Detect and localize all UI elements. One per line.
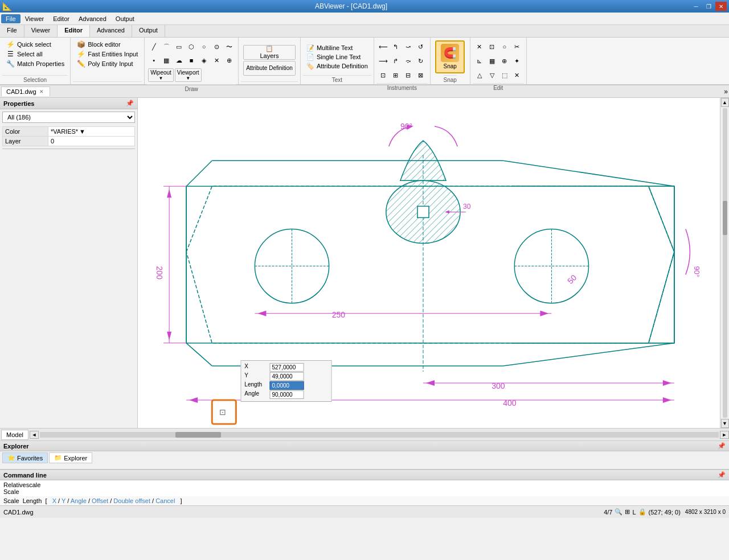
edit-10-icon[interactable]: ▽ <box>486 69 498 81</box>
layers-button[interactable]: 📋 Layers <box>243 45 296 60</box>
edit-6-icon[interactable]: ▦ <box>486 55 498 67</box>
status-lock-icon[interactable]: 🔒 <box>638 508 646 516</box>
scroll-left-arrow[interactable]: ◄ <box>30 431 39 439</box>
draw-ellipse-icon[interactable]: ⊙ <box>211 41 222 52</box>
menu-viewer[interactable]: Viewer <box>21 14 48 23</box>
canvas-area[interactable]: 90° 30 50 200 250 <box>138 98 720 428</box>
edit-8-icon[interactable]: ✦ <box>511 55 523 67</box>
scroll-right-arrow[interactable]: ► <box>720 431 729 439</box>
explorer-tab[interactable]: 📁 Explorer <box>49 452 92 463</box>
tab-close-icon[interactable]: ✕ <box>38 89 45 94</box>
minimize-button[interactable]: ─ <box>690 2 702 11</box>
draw-poly-icon[interactable]: ⬡ <box>186 41 197 52</box>
vertical-scrollbar[interactable]: ▲ ▼ <box>720 98 729 428</box>
instrument-11-icon[interactable]: ⊟ <box>403 69 414 81</box>
tab-expand-icon[interactable]: » <box>724 88 728 96</box>
edit-5-icon[interactable]: ⊾ <box>474 55 485 67</box>
entity-type-dropdown[interactable]: All (186) <box>2 112 135 123</box>
explorer-pin-icon[interactable]: 📌 <box>718 442 726 450</box>
favorites-tab[interactable]: ⭐ Favorites <box>2 452 48 463</box>
draw-arc-icon[interactable]: ⌒ <box>161 41 172 52</box>
draw-x-icon[interactable]: ✕ <box>211 55 222 66</box>
svg-text:30: 30 <box>463 203 471 211</box>
menu-output[interactable]: Output <box>111 14 139 23</box>
quick-select-icon: ⚡ <box>6 40 15 48</box>
menu-advanced[interactable]: Advanced <box>74 14 111 23</box>
edit-3-icon[interactable]: ○ <box>499 41 510 52</box>
instrument-5-icon[interactable]: ⟶ <box>378 55 389 67</box>
single-line-text-button[interactable]: 📄 Single Line Text <box>304 53 370 61</box>
draw-hatch-icon[interactable]: ▦ <box>161 55 172 66</box>
status-page-info: 4/7 <box>604 509 612 516</box>
draw-rect-icon[interactable]: ▭ <box>173 41 185 52</box>
select-all-button[interactable]: ☰ Select all <box>3 50 67 59</box>
cmd-link-x[interactable]: X <box>52 497 56 504</box>
ribbon-tab-editor[interactable]: Editor <box>58 25 90 37</box>
instrument-3-icon[interactable]: ⤻ <box>403 41 414 52</box>
viewport-button[interactable]: Viewport ▼ <box>175 68 202 82</box>
menu-editor[interactable]: Editor <box>48 14 74 23</box>
wipeout-button[interactable]: Wipeout ▼ <box>148 68 174 82</box>
status-grid-icon[interactable]: ⊞ <box>625 508 630 516</box>
edit-11-icon[interactable]: ⬚ <box>499 69 510 81</box>
edit-9-icon[interactable]: △ <box>474 69 485 81</box>
color-value[interactable]: *VARIES* ▼ <box>51 128 132 135</box>
draw-solid-icon[interactable]: ■ <box>186 55 197 66</box>
instrument-10-icon[interactable]: ⊞ <box>390 69 402 81</box>
fast-entities-button[interactable]: ⚡ Fast Entities Input <box>74 50 141 59</box>
status-search-icon[interactable]: 🔍 <box>615 508 622 516</box>
scroll-down-arrow[interactable]: ▼ <box>721 419 729 428</box>
draw-circle-icon[interactable]: ○ <box>198 41 210 52</box>
instrument-1-icon[interactable]: ⟵ <box>378 41 389 52</box>
v-scroll-thumb[interactable] <box>723 201 727 235</box>
attribute-def-text-button[interactable]: 🏷️ Attribute Definition <box>304 62 370 71</box>
instrument-9-icon[interactable]: ⊡ <box>378 69 389 81</box>
poly-entity-button[interactable]: ✏️ Poly Entity Input <box>74 59 141 68</box>
close-button[interactable]: ✕ <box>715 2 727 11</box>
cmd-pin-icon[interactable]: 📌 <box>718 471 726 479</box>
instrument-6-icon[interactable]: ↱ <box>390 55 402 67</box>
draw-line-icon[interactable]: ╱ <box>148 41 159 52</box>
instrument-2-icon[interactable]: ↰ <box>390 41 402 52</box>
draw-3d-icon[interactable]: ◈ <box>198 55 210 66</box>
model-tab[interactable]: Model <box>1 430 28 440</box>
restore-button[interactable]: ❐ <box>703 2 714 11</box>
instrument-7-icon[interactable]: ⤼ <box>403 55 414 67</box>
h-scroll-track[interactable] <box>40 432 719 438</box>
block-editor-button[interactable]: 📦 Block editor <box>74 40 141 49</box>
menu-file[interactable]: File <box>1 14 21 23</box>
instrument-4-icon[interactable]: ↺ <box>415 41 427 52</box>
draw-point-icon[interactable]: • <box>148 55 159 66</box>
edit-1-icon[interactable]: ✕ <box>474 41 485 52</box>
match-properties-button[interactable]: 🔧 Match Properties <box>3 59 67 68</box>
h-scroll-thumb[interactable] <box>175 432 221 438</box>
ribbon-tab-output[interactable]: Output <box>132 25 165 37</box>
v-scroll-track[interactable] <box>723 108 727 418</box>
cmd-link-angle[interactable]: Angle <box>71 497 87 504</box>
edit-4-icon[interactable]: ✂ <box>511 41 523 52</box>
cmd-link-cancel[interactable]: Cancel <box>155 497 175 504</box>
edit-7-icon[interactable]: ⊕ <box>499 55 510 67</box>
tab-cad1[interactable]: CAD1.dwg ✕ <box>1 87 50 96</box>
attribute-def-button[interactable]: Attribute Definition <box>243 61 296 76</box>
instrument-8-icon[interactable]: ↻ <box>415 55 427 67</box>
color-dropdown-icon[interactable]: ▼ <box>79 128 85 135</box>
draw-cloud-icon[interactable]: ☁ <box>173 55 185 66</box>
ribbon-tab-advanced[interactable]: Advanced <box>90 25 132 37</box>
edit-12-icon[interactable]: ✕ <box>511 69 523 81</box>
cmd-link-offset[interactable]: Offset <box>92 497 108 504</box>
instrument-12-icon[interactable]: ⊠ <box>415 69 427 81</box>
ribbon-group-layers: 📋 Layers Attribute Definition <box>239 38 301 84</box>
draw-spline-icon[interactable]: 〜 <box>223 41 235 52</box>
multiline-text-button[interactable]: 📝 Multiline Text <box>304 44 370 52</box>
draw-extra2-icon[interactable]: ⊕ <box>223 55 235 66</box>
cmd-link-y[interactable]: Y <box>62 497 65 504</box>
cmd-link-double-offset[interactable]: Double offset <box>113 497 150 504</box>
ribbon-tab-file[interactable]: File <box>0 25 24 37</box>
properties-pin-icon[interactable]: 📌 <box>126 100 134 107</box>
ribbon-tab-viewer[interactable]: Viewer <box>24 25 58 37</box>
snap-button[interactable]: 🧲 Snap <box>435 40 465 73</box>
scroll-up-arrow[interactable]: ▲ <box>721 98 729 107</box>
quick-select-button[interactable]: ⚡ Quick select <box>3 40 67 49</box>
edit-2-icon[interactable]: ⊡ <box>486 41 498 52</box>
